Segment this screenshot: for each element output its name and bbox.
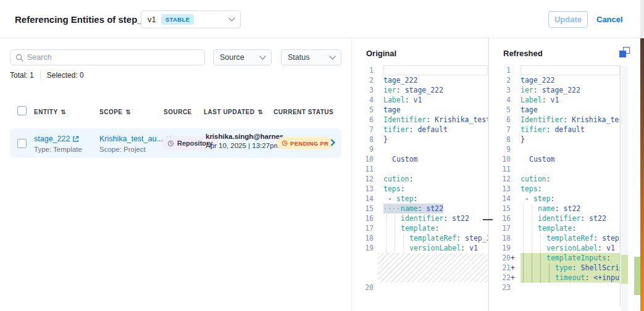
code-line: 6Identifier: Krishika_test_aut [356, 115, 488, 125]
status-filter[interactable]: Status [281, 49, 341, 65]
line-number: 5 [493, 105, 511, 115]
chevron-down-icon [260, 53, 266, 59]
sort-icon[interactable]: ⇅ [126, 109, 132, 115]
diff-plus-sign [511, 283, 516, 292]
code-text: tage_222 [521, 75, 554, 85]
summary-divider [40, 71, 41, 80]
entity-link[interactable]: stage_222 [34, 135, 79, 143]
clock-icon [282, 140, 288, 146]
stable-badge: STABLE [161, 14, 194, 25]
table-row[interactable]: stage_222 Type: Template Krishika_test_a… [10, 128, 341, 158]
line-number: 12 [356, 174, 374, 184]
indent-guide [532, 273, 532, 283]
code-text: identifier: st22 [521, 214, 606, 223]
sort-icon[interactable]: ⇅ [257, 109, 263, 115]
chevron-down-icon [330, 53, 336, 59]
edge-strip-top [640, 0, 644, 38]
line-number: 8 [356, 135, 374, 144]
code-line: 16identifier: st22 [356, 214, 488, 223]
code-line: 12cution: [356, 174, 488, 184]
diff-scrollbar[interactable] [621, 65, 628, 311]
entity-type: Type: Template [34, 146, 82, 153]
diff-plus-sign [511, 184, 516, 194]
sort-icon[interactable]: ⇅ [61, 109, 67, 115]
line-number: 3 [356, 85, 374, 95]
update-button[interactable]: Update [548, 11, 588, 28]
indent-guide [523, 214, 524, 223]
code-line: 19versionLabel: v1 [493, 243, 620, 253]
diff-plus-sign [374, 65, 379, 75]
indent-guide [386, 223, 387, 233]
select-all-checkbox[interactable] [17, 106, 27, 115]
diff-gap-placeholder [378, 253, 488, 283]
line-number: 17 [356, 223, 374, 233]
line-number: 15 [493, 204, 511, 214]
code-line: 21+type: ShellScript [493, 263, 620, 273]
diff-plus-sign [374, 184, 379, 194]
indent-guide [523, 273, 524, 283]
column-last-updated[interactable]: LAST UPDATED⇅ [204, 109, 263, 115]
line-number: 6 [356, 115, 374, 125]
indent-guide [523, 253, 524, 263]
total-count: Total: 1 [10, 71, 34, 80]
diff-plus-sign [511, 204, 516, 214]
original-code-pane[interactable]: 12tage_2223ier: stage_2224Label: v15tage… [356, 65, 488, 306]
diff-plus-sign [511, 174, 516, 184]
code-text: teps: [383, 184, 405, 194]
line-number: 20 [493, 253, 511, 263]
search-box[interactable] [10, 49, 205, 65]
line-number: 19 [493, 243, 511, 253]
code-text: timeout: <+input> [521, 273, 620, 283]
column-scope[interactable]: SCOPE⇅ [99, 109, 131, 115]
code-line: 9 [493, 144, 620, 154]
code-text: - step: [521, 194, 555, 204]
copy-icon[interactable] [619, 47, 630, 57]
cancel-button[interactable]: Cancel [596, 11, 623, 28]
indent-guide [395, 223, 395, 233]
code-text: cution: [383, 174, 413, 184]
line-number: 4 [356, 95, 374, 105]
version-select[interactable]: v1 STABLE [141, 10, 241, 28]
diff-plus-sign [374, 105, 379, 115]
diff-plus-sign [511, 214, 516, 223]
indent-guide [532, 204, 532, 214]
indent-guide [523, 233, 524, 243]
entity-cell: stage_222 Type: Template [34, 133, 82, 153]
indent-guide [395, 204, 395, 214]
diff-plus-sign [511, 105, 516, 115]
code-line: 7tifier: default [493, 125, 620, 135]
status-badge: PENDING PR [277, 137, 333, 149]
code-line: 15name: st22 [493, 204, 620, 214]
code-text: Label: v1 [521, 95, 559, 105]
code-line: 14- step: [493, 194, 620, 204]
original-pane-title: Original [366, 49, 396, 58]
code-line: 20+templateInputs: [493, 253, 620, 263]
indent-guide [532, 243, 532, 253]
line-number: 13 [493, 184, 511, 194]
indent-guide [540, 243, 541, 253]
code-line: 8} [493, 135, 620, 144]
source-filter[interactable]: Source [213, 49, 272, 65]
line-number: 14 [493, 194, 511, 204]
code-text: template: [521, 223, 576, 233]
code-text: tage [521, 105, 538, 115]
refreshed-code-pane[interactable]: 12tage_2223ier: stage_2224Label: v15tage… [493, 65, 621, 306]
row-checkbox[interactable] [17, 139, 27, 148]
code-line: 6Identifier: Krishika_test_aut [493, 115, 620, 125]
code-line: 2tage_222 [493, 75, 620, 85]
indent-guide [386, 233, 387, 243]
line-number: 8 [493, 135, 511, 144]
search-input[interactable] [27, 53, 199, 62]
column-entity[interactable]: ENTITY⇅ [34, 109, 66, 115]
code-line: 15····name: st22 [356, 204, 488, 214]
line-number: 7 [356, 125, 374, 135]
diff-plus-sign [511, 125, 516, 135]
diff-plus-sign [374, 283, 379, 292]
column-source: SOURCE [164, 109, 192, 115]
diff-sash[interactable] [488, 38, 489, 311]
diff-plus-sign [374, 115, 379, 125]
code-text: templateRef: step_222 [383, 233, 488, 243]
line-number: 15 [356, 204, 374, 214]
code-text: templateRef: step_222 [521, 233, 620, 243]
code-text: ier: stage_222 [383, 85, 443, 95]
